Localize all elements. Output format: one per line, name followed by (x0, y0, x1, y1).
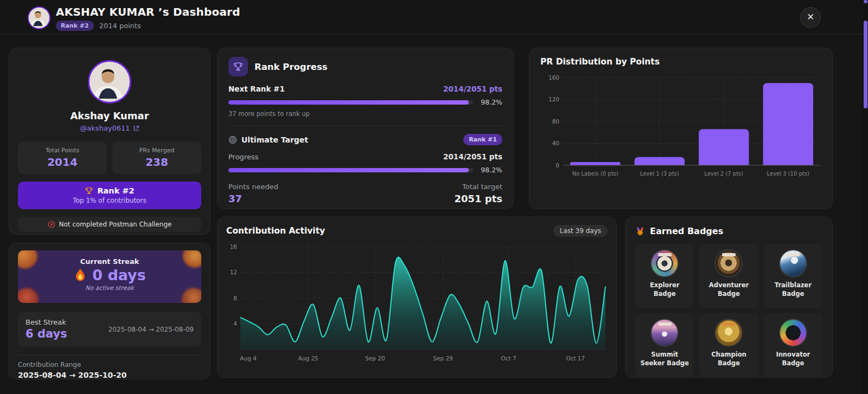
external-link-icon (133, 125, 139, 132)
rank-banner: Rank #2 Top 1% of contributors (18, 182, 201, 209)
svg-text:Aug 25: Aug 25 (298, 355, 318, 361)
total-target-label: Total target (454, 183, 502, 191)
svg-text:No Labels (0 pts): No Labels (0 pts) (572, 171, 618, 177)
points-needed-value: 37 (228, 193, 278, 204)
divider (18, 355, 201, 356)
total-target-value: 2051 pts (454, 193, 502, 204)
trophy-icon-box (228, 57, 248, 76)
trophy-icon (233, 61, 244, 72)
svg-text:Level 1 (3 pts): Level 1 (3 pts) (640, 171, 679, 177)
svg-text:120: 120 (548, 96, 559, 102)
badges-card: Earned Badges Explorer Badge Adventurer … (625, 217, 833, 378)
profile-handle-link[interactable]: @akshay0611 (80, 124, 139, 132)
stat-value: 238 (116, 156, 198, 169)
points-needed-label: Points needed (228, 183, 278, 191)
badge-label: Champion Badge (703, 351, 755, 367)
challenge-text: Not completed Postman Challenge (59, 221, 172, 228)
progress-label: Progress (228, 153, 258, 161)
header-subrow: Rank #2 2014 points (56, 21, 141, 31)
current-streak-note: No active streak (23, 285, 196, 292)
avatar (28, 7, 50, 29)
ultimate-progressbar (228, 168, 473, 172)
contribution-area-chart: 481216Aug 4Aug 25Sep 20Sep 29Oct 7Oct 17 (226, 240, 609, 364)
close-button[interactable]: ✕ (800, 7, 821, 28)
current-streak-value: 0 days (92, 267, 146, 283)
svg-text:16: 16 (230, 243, 238, 250)
badges-grid: Explorer Badge Adventurer Badge Trailbla… (635, 244, 822, 377)
pr-distribution-bar-chart: 04080120160No Labels (0 pts)Level 1 (3 p… (540, 72, 822, 180)
next-rank-label: Next Rank #1 (228, 85, 285, 93)
ultimate-target-label: Ultimate Target (241, 135, 308, 144)
svg-text:0: 0 (556, 162, 559, 169)
rank-banner-title: Rank #2 (97, 186, 134, 195)
best-streak-label: Best Streak (25, 318, 67, 326)
header-points: 2014 points (99, 22, 141, 30)
profile-stats: Total Points 2014 PRs Merged 238 (18, 141, 201, 174)
svg-text:40: 40 (552, 140, 559, 146)
streak-card: Current Streak 0 days No active streak B… (9, 243, 210, 379)
contribution-range-value: 2025-08-04 → 2025-10-20 (18, 371, 201, 379)
flame-icon (73, 268, 87, 283)
rank-banner-subtitle: Top 1% of contributors (21, 197, 198, 204)
wave-badge-icon (780, 250, 806, 276)
stat-value: 2014 (21, 156, 104, 169)
next-rank-progressbar (228, 100, 473, 105)
header: AKSHAY KUMAR ’s Dashboard Rank #2 2014 p… (0, 0, 868, 34)
contribution-range-label: Contribution Range (18, 361, 201, 369)
mountain-badge-icon (652, 320, 678, 346)
svg-text:Oct 7: Oct 7 (501, 355, 516, 361)
compass-badge-icon (652, 250, 678, 276)
svg-text:Level 2 (7 pts): Level 2 (7 pts) (704, 171, 743, 177)
badge-tile: Adventurer Badge (699, 244, 758, 308)
badge-label: Summit Seeker Badge (639, 351, 691, 367)
profile-avatar (88, 60, 131, 104)
scrollbar-track[interactable] (863, 0, 868, 394)
stat-total-points: Total Points 2014 (18, 141, 107, 174)
svg-text:4: 4 (233, 320, 237, 327)
medal-icon (635, 227, 645, 236)
badges-title: Earned Badges (650, 226, 723, 236)
pr-distribution-card: PR Distribution by Points 04080120160No … (529, 48, 833, 209)
svg-text:Aug 4: Aug 4 (240, 355, 257, 361)
current-streak-label: Current Streak (23, 257, 196, 266)
avatar-image (90, 62, 126, 99)
bulb-badge-icon (780, 320, 806, 346)
svg-text:Oct 17: Oct 17 (566, 355, 585, 361)
svg-text:Sep 20: Sep 20 (365, 355, 385, 361)
ultimate-rank-badge: Rank #1 (463, 134, 502, 145)
target-icon (228, 135, 237, 144)
trophy-icon (85, 186, 93, 195)
badge-tile: Summit Seeker Badge (635, 313, 694, 377)
challenge-status: Not completed Postman Challenge (18, 217, 201, 232)
magnifier-badge-icon (716, 250, 742, 276)
rank-progress-title: Rank Progress (254, 62, 328, 72)
close-icon: ✕ (807, 11, 814, 22)
stat-prs-merged: PRs Merged 238 (112, 141, 201, 174)
badge-label: Explorer Badge (639, 281, 691, 298)
badge-label: Innovator Badge (767, 351, 819, 367)
rank-up-note: 37 more points to rank up (228, 110, 502, 118)
badge-tile: Explorer Badge (635, 244, 694, 308)
badge-tile: Champion Badge (699, 313, 758, 377)
svg-text:Level 3 (10 pts): Level 3 (10 pts) (767, 171, 809, 177)
stat-label: Total Points (21, 147, 104, 154)
svg-text:160: 160 (548, 74, 559, 81)
svg-text:80: 80 (552, 118, 559, 125)
badge-tile: Innovator Badge (764, 313, 822, 377)
badge-tile: Trailblazer Badge (764, 244, 822, 308)
progress-fill (228, 100, 469, 105)
rank-badge: Rank #2 (56, 21, 94, 31)
x-circle-icon (48, 221, 55, 228)
next-rank-value: 2014/2051 pts (443, 85, 502, 93)
svg-text:12: 12 (230, 269, 237, 275)
badge-label: Trailblazer Badge (767, 281, 819, 298)
dashboard-modal: AKSHAY KUMAR ’s Dashboard Rank #2 2014 p… (0, 0, 868, 394)
contribution-card: Contribution Activity Last 39 days 48121… (217, 217, 617, 378)
contribution-title: Contribution Activity (226, 226, 325, 236)
best-streak-dates: 2025-08-04 → 2025-08-09 (108, 326, 194, 333)
days-badge: Last 39 days (553, 225, 608, 237)
scrollbar-thumb[interactable] (864, 21, 867, 108)
trophy-badge-icon (716, 320, 742, 346)
next-rank-percent: 98.2% (480, 98, 502, 106)
svg-text:Sep 29: Sep 29 (433, 355, 453, 361)
